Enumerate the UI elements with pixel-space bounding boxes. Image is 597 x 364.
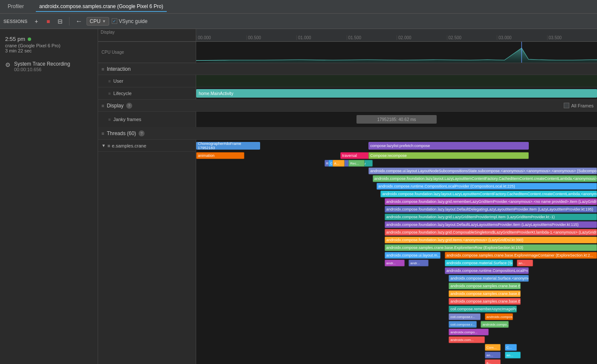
flame-row-23: coil.compose.r... androidx.compo...: [196, 321, 597, 328]
andr2-block: andr...: [409, 260, 429, 266]
flame-row-9: androidx.compose.foundation.lazy.grid.La…: [196, 213, 597, 221]
interaction-expand-icon: ≡: [101, 66, 104, 72]
cached-item-block: androidx.compose.foundation.lazy.layout.…: [373, 175, 597, 182]
flame-row-4: androidx.compose.foundation.lazy.layout.…: [196, 175, 597, 182]
display-section-header[interactable]: ≡ Display ? All Frames: [98, 100, 597, 112]
display-help-icon[interactable]: ?: [126, 103, 132, 109]
add-session-button[interactable]: +: [32, 17, 41, 26]
recording-item[interactable]: ⚙ System Trace Recording 00:00:10.656: [0, 58, 98, 75]
stop-button[interactable]: ■: [43, 17, 53, 26]
flame-row-11: androidx.compose.foundation.lazy.grid.Co…: [196, 228, 597, 236]
an1-block: an...: [485, 352, 501, 358]
threads-help-icon[interactable]: ?: [139, 130, 145, 136]
default-delegating-block: androidx.compose.foundation.lazy.layout.…: [385, 206, 597, 213]
cpu-label: CPU: [90, 18, 100, 24]
split-button[interactable]: ⊟: [55, 17, 65, 26]
flame-row-18: androidx.compose.samples.crane.base.Expl…: [196, 282, 597, 290]
session-device: crane (Google Pixel 6 Pro): [5, 43, 93, 48]
vsync-check[interactable]: VSync guide: [112, 18, 148, 24]
composition-local-block: androidx.compose.runtime.CompositionLoca…: [377, 183, 597, 190]
layout-node-block: androidx.compose.ui.layout.LayoutNodeSub…: [368, 168, 597, 174]
flame-row-19: androidx.compose.samples.crane.base.Expl…: [196, 290, 597, 298]
tick-2: 01.000: [296, 35, 347, 40]
right-panel: Display 00.000 00.500 01.000 01.500 02.0…: [98, 29, 597, 364]
session-time-row: 2:55 pm: [5, 36, 93, 42]
tick-5: 02.500: [447, 35, 497, 40]
lifecycle-track-label: ≡ Lifecycle: [98, 87, 196, 99]
flame-row-20: androidx.compose.samples.crane.base.Expl…: [196, 298, 597, 305]
ui-layout-block: androidx.compose.ui.layout.m...: [385, 252, 441, 259]
activity-name: home.MainActivity: [199, 91, 233, 96]
janky-label: Janky frames: [113, 117, 141, 122]
flame-row-16: androidx.compose.runtime.CompositionLoca…: [196, 267, 597, 274]
cpu-chart: [196, 42, 597, 63]
sections[interactable]: ≡ Interaction ≡ User ≡ Lifecycle: [98, 63, 597, 364]
an-block: an...: [517, 260, 533, 266]
flame-row-17: androidx.compose.material.Surface.<anony…: [196, 274, 597, 282]
ruler-ticks-area: 00.000 00.500 01.000 01.500 02.000 02.50…: [196, 29, 597, 41]
flame-row-21: coil.compose.rememberAsyncImagePainter (…: [196, 305, 597, 313]
traversal-block: traversal: [340, 152, 372, 159]
lazy-grid-impl-block: androidx.compose.foundation.lazy.grid.La…: [385, 214, 597, 220]
rec-block: Rec...: [348, 160, 365, 167]
session-info: 2:55 pm crane (Google Pixel 6 Pro) 3 min…: [0, 32, 98, 57]
janky-value: 17952185: 40.62 ms: [377, 117, 416, 122]
recording-duration: 00:00:10.656: [14, 67, 70, 72]
explore-it-block: androidx.compose.samples.crane.base.Expl…: [449, 290, 521, 297]
explore-l2-block: androidx.compose.samples.crane.base.Expl…: [449, 298, 521, 305]
user-menu-icon[interactable]: ≡: [108, 79, 111, 84]
flame-row-15: andr... andr... androidx.compose.materia…: [196, 259, 597, 267]
janky-menu-icon[interactable]: ≡: [108, 117, 111, 122]
thread-top-bar[interactable]: Choreographer#doFrame 17952183 compose:l…: [196, 140, 597, 152]
flame-row-5: androidx.compose.runtime.CompositionLoca…: [196, 182, 597, 190]
flame-row-27: an... an...: [196, 351, 597, 359]
all-frames-check[interactable]: All Frames: [564, 103, 594, 108]
lifecycle-menu-icon[interactable]: ≡: [108, 91, 111, 96]
flame-row-3: androidx.compose.ui.layout.LayoutNodeSub…: [196, 167, 597, 175]
back-button[interactable]: ←: [74, 17, 84, 26]
cpu-selector[interactable]: CPU ▼: [87, 17, 109, 26]
recording-name: System Trace Recording: [14, 61, 70, 67]
tab-main[interactable]: androidx.compose.samples.crane (Google P…: [36, 2, 167, 12]
tick-3: 01.500: [347, 35, 397, 40]
anonymous-items-block: androidx.compose.foundation.lazy.grid.it…: [385, 237, 597, 243]
surface-block: androidx.compose.material.Surface (Surfa…: [445, 260, 513, 266]
explore-item-row-block: androidx.compose.samples.crane.base.Expl…: [385, 244, 597, 251]
interaction-section-header[interactable]: ≡ Interaction: [98, 63, 597, 75]
lazylist-bar: compose:lazylist:prefetch:compose: [368, 142, 529, 150]
tick-7: 03.500: [547, 35, 597, 40]
lifecycle-track-content[interactable]: home.MainActivity: [196, 87, 597, 99]
androidx-com-block: androidx.com...: [449, 336, 485, 343]
all-frames-checkbox[interactable]: [564, 103, 569, 108]
janky-track-label: ≡ Janky frames: [98, 112, 196, 127]
c-block: C...: [505, 344, 517, 351]
choreographer-bar: Choreographer#doFrame 17952183: [196, 142, 260, 150]
flame-row-2: Recom... draw Co... Rec... A...: [196, 159, 597, 167]
session-time: 2:55 pm: [5, 36, 25, 42]
androidx-u-block: androidx.compose.u...: [485, 313, 513, 320]
main-layout: 2:55 pm crane (Google Pixel 6 Pro) 3 min…: [0, 29, 597, 364]
coil-r1-block: coil.compose.r...: [449, 313, 481, 320]
thread-menu-icon[interactable]: ≡: [107, 143, 110, 148]
flame-row-1: animation traversal Compose:recompose: [196, 152, 597, 159]
ruler-spacer: Display: [98, 29, 196, 41]
janky-track-content[interactable]: 17952185: 40.62 ms: [196, 112, 597, 127]
tab-profiler[interactable]: Profiler: [4, 2, 27, 12]
flame-row-6: androidx.compose.foundation.lazy.layout.…: [196, 190, 597, 198]
threads-section-header[interactable]: ≡ Threads (60) ?: [98, 127, 597, 140]
vsync-label: VSync guide: [119, 18, 148, 24]
vsync-checkbox[interactable]: [112, 18, 117, 24]
main-activity-bar: home.MainActivity: [196, 89, 597, 98]
flame-row-25: androidx.com...: [196, 336, 597, 344]
thread-expand-icon[interactable]: ▼: [101, 143, 106, 148]
user-label: User: [113, 78, 123, 84]
cpu-label-area: CPU Usage: [98, 42, 196, 63]
user-track-content[interactable]: [196, 75, 597, 87]
user-track-label: ≡ User: [98, 75, 196, 87]
androidx-compo2-block: androidx.compo...: [449, 329, 489, 335]
flame-row-7: androidx.compose.foundation.lazy.grid.re…: [196, 198, 597, 205]
flame-row-10: androidx.compose.foundation.lazy.layout.…: [196, 221, 597, 228]
flame-chart-area[interactable]: animation traversal Compose:recompose Re…: [196, 152, 597, 364]
thread-label[interactable]: ▼ ≡ e.samples.crane: [98, 140, 196, 151]
remember-lazy-block: androidx.compose.foundation.lazy.grid.re…: [385, 198, 597, 205]
